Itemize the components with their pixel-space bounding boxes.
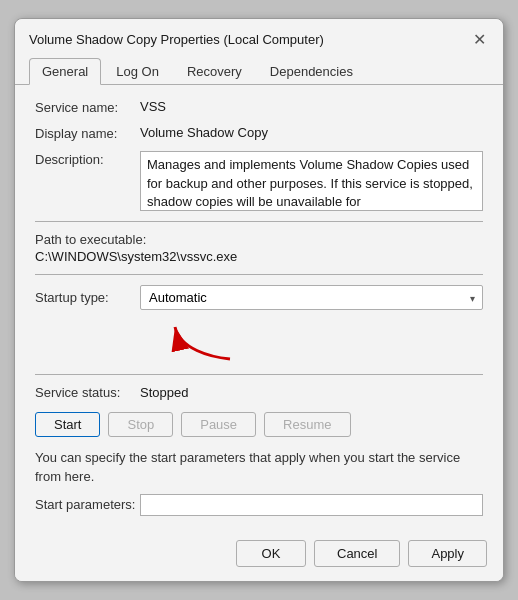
divider-3	[35, 374, 483, 375]
display-name-label: Display name:	[35, 125, 140, 141]
apply-button[interactable]: Apply	[408, 540, 487, 567]
divider-1	[35, 221, 483, 222]
tab-general[interactable]: General	[29, 58, 101, 85]
service-status-row: Service status: Stopped	[35, 385, 483, 400]
ok-button[interactable]: OK	[236, 540, 306, 567]
tab-content: Service name: VSS Display name: Volume S…	[15, 85, 503, 529]
resume-button[interactable]: Resume	[264, 412, 350, 437]
arrow-annotation	[140, 314, 483, 364]
service-buttons-row: Start Stop Pause Resume	[35, 412, 483, 437]
start-button[interactable]: Start	[35, 412, 100, 437]
footer: OK Cancel Apply	[15, 530, 503, 581]
tab-recovery[interactable]: Recovery	[174, 58, 255, 85]
cancel-button[interactable]: Cancel	[314, 540, 400, 567]
tab-dependencies[interactable]: Dependencies	[257, 58, 366, 85]
title-bar: Volume Shadow Copy Properties (Local Com…	[15, 19, 503, 49]
path-value: C:\WINDOWS\system32\vssvc.exe	[35, 249, 483, 264]
service-status-value: Stopped	[140, 385, 188, 400]
service-name-row: Service name: VSS	[35, 99, 483, 115]
startup-type-row: Startup type: Automatic Automatic (Delay…	[35, 285, 483, 310]
startup-select-wrapper: Automatic Automatic (Delayed Start) Manu…	[140, 285, 483, 310]
params-info-text: You can specify the start parameters tha…	[35, 449, 483, 485]
description-row: Description: Manages and implements Volu…	[35, 151, 483, 211]
start-params-label: Start parameters:	[35, 497, 140, 512]
tab-logon[interactable]: Log On	[103, 58, 172, 85]
description-label: Description:	[35, 151, 140, 167]
service-status-label: Service status:	[35, 385, 140, 400]
tab-bar: General Log On Recovery Dependencies	[15, 49, 503, 85]
properties-window: Volume Shadow Copy Properties (Local Com…	[14, 18, 504, 581]
pause-button[interactable]: Pause	[181, 412, 256, 437]
close-button[interactable]: ✕	[469, 29, 489, 49]
red-arrow-icon	[160, 319, 240, 364]
service-name-label: Service name:	[35, 99, 140, 115]
start-params-input[interactable]	[140, 494, 483, 516]
display-name-row: Display name: Volume Shadow Copy	[35, 125, 483, 141]
startup-type-select[interactable]: Automatic Automatic (Delayed Start) Manu…	[140, 285, 483, 310]
display-name-value: Volume Shadow Copy	[140, 125, 483, 140]
start-params-row: Start parameters:	[35, 494, 483, 516]
service-name-value: VSS	[140, 99, 483, 114]
divider-2	[35, 274, 483, 275]
startup-type-label: Startup type:	[35, 290, 140, 305]
window-title: Volume Shadow Copy Properties (Local Com…	[29, 32, 324, 47]
path-section: Path to executable: C:\WINDOWS\system32\…	[35, 232, 483, 264]
description-value: Manages and implements Volume Shadow Cop…	[140, 151, 483, 211]
stop-button[interactable]: Stop	[108, 412, 173, 437]
path-label: Path to executable:	[35, 232, 483, 247]
